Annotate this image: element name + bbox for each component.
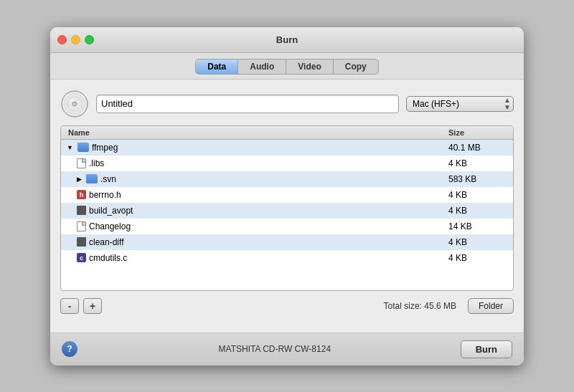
col-size-header: Size (448, 128, 513, 137)
table-row[interactable]: clean-diff 4 KB (61, 234, 513, 250)
file-name: clean-diff (61, 237, 448, 247)
file-size: 14 KB (448, 221, 513, 231)
remove-button[interactable]: - (60, 298, 79, 314)
table-row[interactable]: Changelog 14 KB (61, 219, 513, 234)
file-list-header: Name Size (61, 126, 513, 140)
table-row[interactable]: ▼ ffmpeg 40.1 MB (61, 140, 513, 156)
file-size: 4 KB (448, 190, 513, 200)
file-size: 4 KB (448, 237, 513, 247)
disc-row: Mac (HFS+) ISO 9660 UDF DVD-ROM (UDF/ISO… (60, 90, 514, 118)
table-row[interactable]: ▶ .svn 583 KB (61, 171, 513, 187)
tab-bar: Data Audio Video Copy (50, 53, 524, 80)
expand-icon: ▶ (77, 176, 82, 183)
file-size: 40.1 MB (448, 143, 513, 153)
expand-icon: ▼ (67, 144, 73, 151)
window-title: Burn (276, 34, 298, 45)
file-name: c cmdutils.c (61, 253, 448, 263)
disc-icon (60, 90, 89, 118)
main-window: Burn Data Audio Video Copy (50, 27, 524, 365)
tab-audio[interactable]: Audio (238, 59, 286, 74)
footer: ? MATSHITA CD-RW CW-8124 Burn (50, 333, 524, 365)
document-icon (77, 158, 86, 168)
close-button[interactable] (57, 35, 67, 44)
document-icon (77, 221, 86, 231)
tab-video[interactable]: Video (286, 59, 333, 74)
table-row[interactable]: c cmdutils.c 4 KB (61, 250, 513, 266)
tab-group: Data Audio Video Copy (195, 59, 378, 75)
exec-icon (77, 237, 86, 247)
exec-icon (77, 206, 86, 215)
folder-icon (86, 174, 98, 183)
file-name: Changelog (61, 221, 448, 231)
col-name-header: Name (61, 128, 448, 137)
tab-copy[interactable]: Copy (334, 59, 378, 74)
tab-data[interactable]: Data (196, 59, 238, 74)
file-size: 4 KB (448, 253, 513, 263)
traffic-lights (57, 35, 94, 44)
svg-point-3 (72, 102, 77, 106)
file-name: .libs (61, 158, 448, 168)
add-button[interactable]: + (83, 298, 102, 314)
title-bar: Burn (50, 27, 524, 53)
help-button[interactable]: ? (62, 341, 77, 357)
file-list-body[interactable]: ▼ ffmpeg 40.1 MB .libs 4 KB (61, 140, 513, 290)
c-file-icon: c (77, 253, 86, 262)
file-name: build_avopt (61, 206, 448, 216)
folder-icon (77, 143, 89, 152)
device-label: MATSHITA CD-RW CW-8124 (89, 344, 461, 354)
total-size-label: Total size: 45.6 MB (106, 301, 464, 311)
file-name: h berrno.h (61, 190, 448, 200)
folder-button[interactable]: Folder (468, 298, 514, 314)
file-size: 4 KB (448, 158, 513, 168)
file-name: ▶ .svn (61, 174, 448, 184)
file-list-container: Name Size ▼ ffmpeg 40.1 MB (60, 125, 514, 291)
format-select[interactable]: Mac (HFS+) ISO 9660 UDF DVD-ROM (UDF/ISO… (406, 96, 514, 112)
table-row[interactable]: build_avopt 4 KB (61, 203, 513, 219)
disc-name-input[interactable] (96, 95, 399, 113)
table-row[interactable]: .libs 4 KB (61, 156, 513, 171)
h-file-icon: h (77, 190, 86, 199)
minimize-button[interactable] (71, 35, 80, 44)
content-area: Mac (HFS+) ISO 9660 UDF DVD-ROM (UDF/ISO… (50, 80, 524, 333)
bottom-controls: - + Total size: 45.6 MB Folder (60, 298, 514, 314)
file-size: 583 KB (448, 174, 513, 184)
table-row[interactable]: h berrno.h 4 KB (61, 187, 513, 203)
burn-button[interactable]: Burn (461, 340, 512, 358)
maximize-button[interactable] (85, 35, 94, 44)
file-name: ▼ ffmpeg (61, 143, 448, 153)
format-select-wrap: Mac (HFS+) ISO 9660 UDF DVD-ROM (UDF/ISO… (406, 96, 514, 112)
file-size: 4 KB (448, 206, 513, 216)
